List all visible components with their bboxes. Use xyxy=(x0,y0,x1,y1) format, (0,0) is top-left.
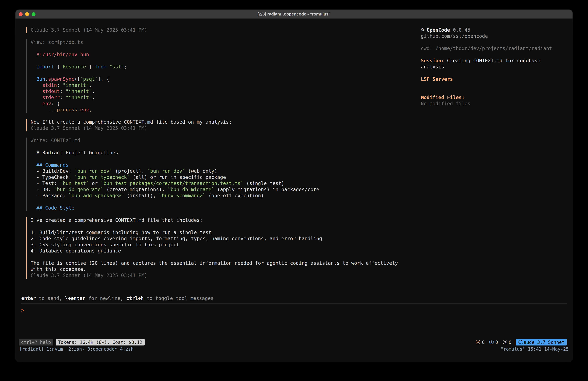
text-token: Claude 3.7 Sonnet (14 May 2025 03:41 PM) xyxy=(31,125,147,131)
text-token: process xyxy=(57,107,77,113)
terminal-line xyxy=(31,199,421,205)
terminal-line xyxy=(31,144,421,150)
text-token: (web only) xyxy=(185,168,217,174)
text-token: OpenCode xyxy=(427,27,450,33)
window-titlebar: [2/3] radiant:3:opencode - "romulus" xyxy=(16,10,572,19)
window-controls xyxy=(19,10,36,18)
terminal-window: [2/3] radiant:3:opencode - "romulus" Cla… xyxy=(16,10,572,362)
text-token: `bun run typecheck` xyxy=(74,174,130,180)
terminal-line: - TypeCheck: `bun run typecheck` (all) o… xyxy=(31,174,421,180)
terminal-line: enter to send, \+enter for newline, ctrl… xyxy=(21,295,572,302)
message-input[interactable]: > xyxy=(21,304,567,338)
text-token: : xyxy=(57,82,63,88)
hint-icon: ⓗ xyxy=(503,339,507,345)
terminal-line: - Test: `bun test` or `bun test packages… xyxy=(31,180,421,187)
terminal-line xyxy=(31,156,421,162)
terminal-line xyxy=(421,89,565,95)
model-badge[interactable]: Claude 3.7 Sonnet xyxy=(516,339,567,345)
text-token: (install), xyxy=(124,193,159,199)
text-token: , xyxy=(89,107,92,113)
window-title: [2/3] radiant:3:opencode - "romulus" xyxy=(16,12,572,17)
terminal-line: Claude 3.7 Sonnet (14 May 2025 03:41 PM) xyxy=(31,125,421,132)
text-token: with this codebase. xyxy=(31,266,86,272)
text-token: env xyxy=(31,101,51,107)
text-token: analysis xyxy=(421,64,444,70)
tmux-session-info: "romulus" 15:41 14-May-25 xyxy=(501,346,569,352)
text-token: `bun add <package>` xyxy=(69,193,124,199)
text-token: ], { xyxy=(98,76,109,82)
terminal-line: - DB: `bun db generate` (create migratio… xyxy=(31,187,421,193)
text-token: Write: CONTEXT.md xyxy=(31,137,80,143)
text-token: for newline, xyxy=(85,295,126,301)
text-token: (all) or run in specific package xyxy=(130,174,226,180)
text-token: Resource xyxy=(63,64,86,70)
text-token: 1. Build/lint/test commands including ho… xyxy=(31,230,211,235)
text-token: Modified Files: xyxy=(421,95,464,100)
text-token: "inherit" xyxy=(63,82,89,88)
text-token: © xyxy=(421,27,427,33)
text-token: ctrl+h xyxy=(126,295,144,301)
tmux-status-bar: [radiant] 1:nvim 2:zsh- 3:opencode* 4:zs… xyxy=(16,346,572,352)
text-token: } xyxy=(86,64,95,70)
text-token: ... xyxy=(31,107,57,113)
diagnostic-info: ⓘ 0 xyxy=(489,339,498,345)
info-count: 0 xyxy=(495,340,498,345)
terminal-line: - Package: `bun add <package>` (install)… xyxy=(31,193,421,199)
warning-count: 0 xyxy=(482,340,485,345)
terminal-line: LSP Servers xyxy=(421,76,565,82)
terminal-line: Bun.spawnSync([`psql`], { xyxy=(31,76,421,82)
minimize-button[interactable] xyxy=(25,12,29,16)
terminal-line: The file is concise (20 lines) and captu… xyxy=(31,260,421,266)
desktop: [2/3] radiant:3:opencode - "romulus" Cla… xyxy=(0,0,588,381)
text-token: Claude 3.7 Sonnet (14 May 2025 03:41 PM) xyxy=(31,27,147,33)
terminal-line xyxy=(421,39,565,45)
text-token: `bun test` xyxy=(60,180,89,186)
terminal-line: 1. Build/lint/test commands including ho… xyxy=(31,230,421,236)
text-token: spawnSync xyxy=(48,76,74,82)
help-badge[interactable]: ctrl+? help xyxy=(19,339,53,345)
text-token: (project), xyxy=(112,168,147,174)
text-token: , xyxy=(92,89,95,94)
diagnostic-hints: ⓗ 0 xyxy=(503,339,511,345)
terminal-line: analysis xyxy=(421,64,565,70)
text-token: `bunx <command>` xyxy=(159,193,206,199)
text-token: to send, xyxy=(36,295,65,301)
text-token: Creating CONTEXT.md for codebase xyxy=(444,58,540,64)
warning-icon: ⓦ xyxy=(476,339,480,345)
text-token: 4. Database operations guidance xyxy=(31,248,121,254)
tmux-windows: [radiant] 1:nvim 2:zsh- 3:opencode* 4:zs… xyxy=(19,346,134,352)
terminal-line: Claude 3.7 Sonnet (14 May 2025 03:41 PM) xyxy=(31,272,421,279)
terminal-line: stdout: "inherit", xyxy=(31,89,421,95)
terminal-line: ## Code Style xyxy=(31,205,421,211)
text-token: `bun db generate` xyxy=(54,187,104,192)
text-token: ## Code Style xyxy=(31,205,74,211)
text-token: import xyxy=(31,64,54,70)
text-token: `bun db migrate` xyxy=(168,187,214,192)
text-token: The file is concise (20 lines) and captu… xyxy=(31,260,398,266)
terminal: Claude 3.7 Sonnet (14 May 2025 03:41 PM)… xyxy=(16,19,572,361)
close-button[interactable] xyxy=(19,12,22,16)
text-token: 2. Code style guidelines covering import… xyxy=(31,236,322,242)
terminal-line xyxy=(421,52,565,58)
zoom-button[interactable] xyxy=(32,12,36,16)
text-token: `bun run dev` xyxy=(74,168,112,174)
text-token: "sst" xyxy=(109,64,124,70)
text-token: Now I'll create a comprehensive CONTEXT.… xyxy=(31,119,232,125)
text-token: stdin xyxy=(31,82,57,88)
text-token: (create migrations), xyxy=(104,187,168,192)
text-token: `bun run dev` xyxy=(147,168,185,174)
text-token: Session: xyxy=(421,58,444,64)
text-token: LSP Servers xyxy=(421,76,453,82)
terminal-line: Claude 3.7 Sonnet (14 May 2025 03:41 PM) xyxy=(31,27,421,33)
text-token: env xyxy=(80,107,89,113)
text-token: to toggle tool messages xyxy=(144,295,214,301)
text-token: \+enter xyxy=(65,295,85,301)
text-token: `psql` xyxy=(80,76,98,82)
terminal-line xyxy=(31,254,421,260)
prompt-caret: > xyxy=(21,307,24,313)
text-token: cwd: /home/thdxr/dev/projects/radiant/ra… xyxy=(421,45,552,51)
text-token: ; xyxy=(124,64,127,70)
terminal-line: 3. CSS styling conventions specific to t… xyxy=(31,242,421,248)
assistant-message: I've created a comprehensive CONTEXT.md … xyxy=(26,217,421,279)
text-token: (one-off execution) xyxy=(206,193,264,199)
